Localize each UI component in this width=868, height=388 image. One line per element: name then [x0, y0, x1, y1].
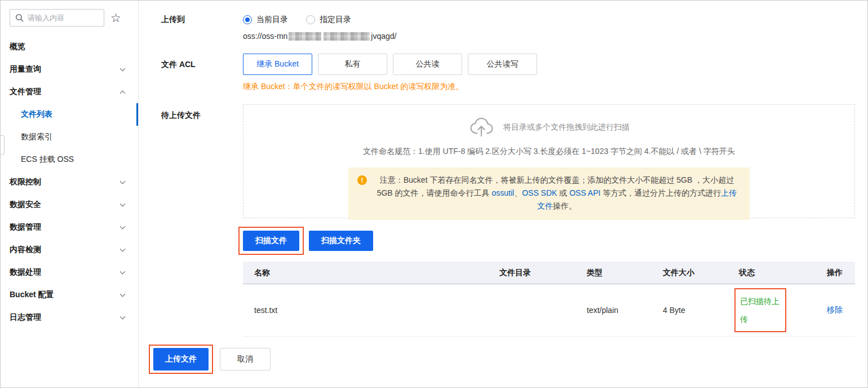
upload-to-label: 上传到: [161, 14, 243, 41]
sidebar-item-data-management[interactable]: 数据管理: [1, 216, 138, 239]
overwrite-notice: ! 注意：Bucket 下若存在同名文件，将被新上传的文件覆盖；添加的文件大小不…: [348, 167, 750, 220]
cell-file-action: 移除: [812, 305, 855, 315]
col-header-type: 类型: [575, 268, 652, 278]
radio-specified-directory[interactable]: 指定目录: [306, 15, 351, 25]
acl-private-button[interactable]: 私有: [318, 54, 387, 75]
chevron-up-icon: [120, 90, 126, 96]
nav-label: 数据索引: [21, 132, 52, 142]
pending-files-label: 待上传文件: [161, 104, 243, 337]
cloud-upload-icon: [468, 117, 494, 138]
notice-segment: 操作。: [553, 201, 577, 210]
col-header-action: 操作: [812, 268, 855, 278]
acl-public-read-button[interactable]: 公共读: [393, 54, 462, 75]
nav-label: 文件管理: [10, 87, 41, 97]
chevron-down-icon: [120, 291, 126, 297]
footer-actions: 上传文件 取消: [149, 345, 855, 374]
nav-label: 数据处理: [10, 267, 41, 277]
oss-upload-panel: ☆ 概览 用量查询 文件管理 文件列表 数据索引 ECS 挂载 OSS: [0, 0, 868, 388]
file-dropzone[interactable]: 将目录或多个文件拖拽到此进行扫描 文件命名规范：1.使用 UTF-8 编码 2.…: [243, 104, 855, 218]
nav-label: 日志管理: [10, 312, 41, 323]
target-path: oss://oss-mn jvqagd/: [243, 32, 855, 41]
sidebar-item-log-management[interactable]: 日志管理: [1, 306, 138, 329]
acl-hint-text: 继承 Bucket：单个文件的读写权限以 Bucket 的读写权限为准。: [243, 82, 855, 92]
chevron-down-icon: [120, 223, 126, 229]
acl-public-read-write-button[interactable]: 公共读写: [468, 54, 537, 75]
chevron-down-icon: [120, 268, 126, 274]
pending-files-row: 待上传文件 将目录或多个文件拖拽到此进行扫描 文件命名规范：1.使用 UTF-8…: [161, 104, 855, 337]
ossutil-link[interactable]: ossutil: [491, 188, 514, 197]
sidebar-nav: 概览 用量查询 文件管理 文件列表 数据索引 ECS 挂载 OSS 权限控制: [1, 36, 138, 329]
radio-label: 当前目录: [256, 15, 288, 25]
nav-label: 权限控制: [10, 177, 41, 187]
file-acl-label: 文件 ACL: [161, 54, 243, 92]
chevron-down-icon: [120, 178, 126, 184]
oss-api-link[interactable]: OSS API: [569, 188, 600, 197]
upload-form: 上传到 当前目录 指定目录 oss://oss-mn jvq: [139, 1, 867, 387]
star-icon[interactable]: ☆: [110, 12, 121, 24]
chevron-down-icon: [120, 201, 126, 206]
search-input[interactable]: [28, 14, 92, 22]
radio-label: 指定目录: [320, 15, 351, 25]
annotation-box-scan-file: 扫描文件: [238, 227, 304, 255]
nav-label: 数据安全: [10, 200, 41, 210]
dropzone-hint: 将目录或多个文件拖拽到此进行扫描: [503, 122, 630, 133]
scan-file-button[interactable]: 扫描文件: [243, 231, 299, 251]
sidebar-item-permission-control[interactable]: 权限控制: [1, 171, 138, 193]
col-header-name: 名称: [243, 268, 488, 278]
nav-label: 用量查询: [10, 64, 41, 74]
cell-file-name: test.txt: [243, 306, 488, 315]
nav-label: ECS 挂载 OSS: [21, 155, 74, 165]
notice-segment: 或: [557, 188, 569, 197]
cell-file-size: 4 Byte: [652, 306, 728, 315]
oss-sdk-link[interactable]: OSS SDK: [522, 188, 557, 197]
warning-icon: !: [357, 175, 367, 185]
sidebar-collapse-handle[interactable]: [1, 135, 5, 155]
cell-file-status: 已扫描待上传: [728, 288, 812, 332]
scan-folder-button[interactable]: 扫描文件夹: [309, 231, 373, 251]
pending-files-table: 名称 文件目录 类型 文件大小 状态 操作 test.txt text/plai…: [243, 262, 855, 337]
sidebar-item-file-list[interactable]: 文件列表: [1, 103, 138, 126]
upload-file-button[interactable]: 上传文件: [153, 348, 209, 371]
acl-inherit-bucket-button[interactable]: 继承 Bucket: [243, 54, 312, 75]
annotation-box-status: 已扫描待上传: [734, 288, 786, 332]
radio-unselected-icon[interactable]: [306, 15, 315, 24]
scan-buttons-row: 扫描文件 扫描文件夹: [243, 227, 855, 255]
annotation-box-upload: 上传文件: [149, 345, 213, 374]
chevron-down-icon: [120, 314, 126, 319]
sidebar: ☆ 概览 用量查询 文件管理 文件列表 数据索引 ECS 挂载 OSS: [1, 1, 139, 387]
cancel-button[interactable]: 取消: [220, 348, 271, 371]
cell-file-type: text/plain: [575, 306, 652, 315]
nav-label: 概览: [10, 42, 25, 52]
sidebar-item-overview[interactable]: 概览: [1, 36, 138, 58]
search-icon: [15, 14, 24, 22]
table-header: 名称 文件目录 类型 文件大小 状态 操作: [243, 262, 855, 284]
sidebar-item-data-indexing[interactable]: 数据索引: [1, 126, 138, 148]
remove-link[interactable]: 移除: [827, 305, 843, 314]
redacted-mosaic: [324, 32, 370, 41]
upload-to-radio-group: 当前目录 指定目录: [243, 14, 855, 25]
nav-label: 数据管理: [10, 222, 41, 232]
file-acl-row: 文件 ACL 继承 Bucket 私有 公共读 公共读写 继承 Bucket：单…: [161, 54, 855, 92]
sidebar-item-usage-query[interactable]: 用量查询: [1, 58, 138, 81]
upload-to-row: 上传到 当前目录 指定目录 oss://oss-mn jvq: [161, 14, 855, 41]
status-badge: 已扫描待上传: [740, 292, 781, 328]
table-row: test.txt text/plain 4 Byte 已扫描待上传 移除: [243, 284, 855, 337]
radio-selected-icon[interactable]: [243, 15, 252, 24]
sidebar-item-data-security[interactable]: 数据安全: [1, 193, 138, 216]
search-box[interactable]: [10, 9, 104, 27]
sidebar-item-ecs-mount-oss[interactable]: ECS 挂载 OSS: [1, 148, 138, 171]
sidebar-item-bucket-settings[interactable]: Bucket 配置: [1, 284, 138, 306]
nav-label: 文件列表: [21, 109, 52, 120]
col-header-status: 状态: [728, 268, 812, 278]
col-header-size: 文件大小: [652, 268, 728, 278]
path-prefix: oss://oss-mn: [243, 32, 287, 41]
sidebar-item-file-management[interactable]: 文件管理: [1, 81, 138, 103]
radio-current-directory[interactable]: 当前目录: [243, 15, 288, 25]
nav-label: Bucket 配置: [10, 290, 54, 300]
path-suffix: jvqagd/: [371, 32, 396, 41]
notice-segment: 、: [514, 188, 522, 197]
sidebar-item-data-processing[interactable]: 数据处理: [1, 261, 138, 284]
sidebar-search-row: ☆: [1, 9, 138, 27]
col-header-directory: 文件目录: [488, 268, 575, 278]
sidebar-item-content-moderation[interactable]: 内容检测: [1, 239, 138, 261]
